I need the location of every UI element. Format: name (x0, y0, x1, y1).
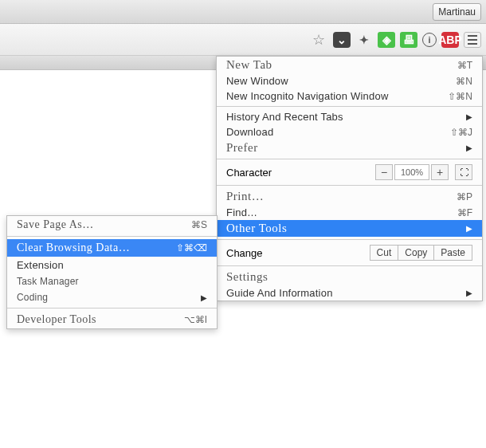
info-extension-icon[interactable]: i (422, 33, 437, 47)
menu-divider (217, 106, 482, 107)
menu-item-download[interactable]: Download ⇧⌘J (217, 124, 482, 140)
menu-shortcut: ⌘F (457, 207, 472, 218)
menu-divider (217, 185, 482, 186)
submenu-arrow-icon: ▶ (466, 289, 472, 297)
submenu-item-coding[interactable]: Coding ▶ (7, 289, 217, 305)
menu-label: Print… (226, 190, 264, 203)
submenu-item-clear-browsing-data[interactable]: Clear Browsing Data… ⇧⌘⌫ (7, 239, 217, 257)
menu-item-edit: Change Cut Copy Paste (217, 242, 482, 263)
menu-label: Clear Browsing Data… (17, 242, 130, 254)
submenu-item-task-manager[interactable]: Task Manager (7, 273, 217, 289)
fullscreen-button[interactable]: ⛶ (455, 164, 472, 180)
menu-divider (217, 265, 482, 266)
zoom-out-button[interactable]: − (375, 164, 393, 180)
menu-shortcut: ⌘P (457, 191, 472, 202)
menu-shortcut: ⌘S (191, 219, 207, 230)
menu-shortcut: ⇧⌘⌫ (176, 242, 207, 253)
paste-button[interactable]: Paste (434, 245, 472, 261)
menu-shortcut: ⌘T (457, 60, 472, 71)
adblock-extension-icon[interactable]: ABP (441, 32, 459, 48)
menu-item-zoom: Character − 100% + ⛶ (217, 162, 482, 183)
menu-shortcut: ⇧⌘N (448, 91, 472, 102)
main-menu-button[interactable] (464, 32, 481, 48)
menu-label: New Incognito Navigation Window (226, 90, 388, 102)
extension-icon-green[interactable]: ◈ (378, 32, 395, 48)
browser-toolbar: ☆ ⌄ ✦ ◈ 🖶 i ABP (0, 24, 486, 56)
menu-item-settings[interactable]: Settings (217, 269, 482, 285)
menu-label: Find… (226, 206, 257, 218)
menu-label: Change (226, 247, 263, 259)
menu-label: Download (226, 126, 273, 138)
menu-item-guide[interactable]: Guide And Information ▶ (217, 285, 482, 301)
print-extension-icon[interactable]: 🖶 (400, 32, 417, 48)
bookmark-star-icon[interactable]: ☆ (312, 31, 325, 49)
menu-label: Settings (226, 270, 268, 284)
menu-shortcut: ⌥⌘I (184, 314, 207, 325)
menu-divider (217, 239, 482, 240)
menu-item-new-window[interactable]: New Window ⌘N (217, 73, 482, 88)
menu-item-find[interactable]: Find… ⌘F (217, 205, 482, 220)
menu-shortcut: ⌘N (456, 76, 472, 87)
menu-label: Character (226, 167, 272, 179)
menu-label: Guide And Information (226, 287, 333, 299)
copy-button[interactable]: Copy (398, 245, 434, 261)
window-titlebar: Martinau (0, 0, 486, 24)
menu-label: New Window (226, 75, 288, 87)
evernote-extension-icon[interactable]: ✦ (355, 32, 373, 48)
menu-item-new-tab[interactable]: New Tab ⌘T (217, 57, 482, 73)
cut-button[interactable]: Cut (370, 245, 399, 261)
menu-label: Coding (17, 292, 48, 303)
menu-item-other-tools[interactable]: Other Tools ▶ (217, 220, 482, 237)
submenu-item-save-page[interactable]: Save Page As… ⌘S (7, 216, 217, 234)
zoom-value: 100% (394, 164, 429, 180)
menu-label: Extension (17, 259, 64, 271)
menu-divider (7, 308, 217, 308)
menu-item-history[interactable]: History And Recent Tabs ▶ (217, 109, 482, 124)
submenu-item-extension[interactable]: Extension (7, 257, 217, 273)
menu-label: New Tab (226, 58, 272, 72)
menu-item-incognito[interactable]: New Incognito Navigation Window ⇧⌘N (217, 88, 482, 104)
zoom-in-button[interactable]: + (431, 164, 449, 180)
main-menu-dropdown: New Tab ⌘T New Window ⌘N New Incognito N… (216, 56, 483, 301)
menu-label: Task Manager (17, 276, 79, 287)
menu-divider (7, 236, 217, 237)
other-tools-submenu: Save Page As… ⌘S Clear Browsing Data… ⇧⌘… (6, 215, 218, 329)
menu-item-prefer[interactable]: Prefer ▶ (217, 140, 482, 156)
pocket-extension-icon[interactable]: ⌄ (333, 32, 351, 48)
menu-label: Other Tools (226, 222, 287, 235)
submenu-arrow-icon: ▶ (466, 143, 472, 152)
menu-shortcut: ⇧⌘J (450, 127, 472, 138)
menu-item-print[interactable]: Print… ⌘P (217, 188, 482, 205)
menu-label: Prefer (226, 141, 258, 155)
menu-divider (217, 159, 482, 159)
submenu-arrow-icon: ▶ (201, 293, 207, 302)
menu-label: Save Page As… (17, 218, 94, 231)
profile-button[interactable]: Martinau (433, 3, 481, 21)
submenu-item-developer-tools[interactable]: Developer Tools ⌥⌘I (7, 311, 217, 328)
submenu-arrow-icon: ▶ (466, 224, 472, 233)
submenu-arrow-icon: ▶ (466, 112, 472, 121)
menu-label: Developer Tools (17, 313, 96, 326)
menu-label: History And Recent Tabs (226, 111, 343, 123)
